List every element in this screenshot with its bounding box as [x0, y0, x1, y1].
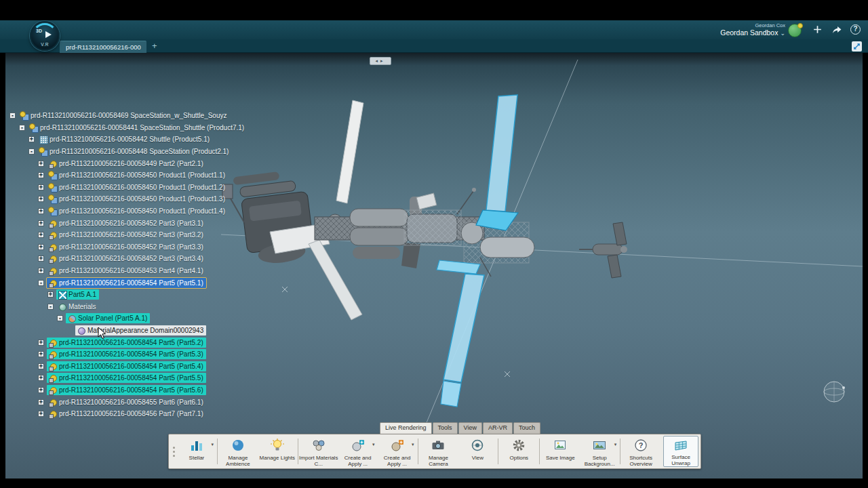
tree-node[interactable]: prd-R1132100056216-00058450 Product1 (Pr… — [8, 169, 247, 182]
tree-expander[interactable] — [38, 244, 44, 250]
letterbox-left — [0, 53, 5, 479]
tree-expander[interactable] — [38, 363, 44, 369]
letterbox-bottom — [0, 479, 868, 488]
tree-node[interactable]: prd-R1132100056216-00058456 Part7 (Part7… — [8, 408, 247, 420]
tree-expander[interactable] — [38, 351, 44, 357]
tree-expander[interactable] — [38, 340, 44, 346]
materials-icon — [58, 302, 66, 311]
tree-node[interactable]: prd-R1132100056216-00058448 SpaceStation… — [8, 146, 247, 158]
add-button[interactable] — [812, 24, 823, 35]
avatar[interactable] — [788, 24, 802, 37]
tool-options[interactable]: Options — [499, 436, 538, 467]
tree-expander[interactable] — [47, 304, 54, 310]
tree-expander[interactable] — [28, 136, 35, 142]
tool-create-apply-2[interactable]: Create and Apply ... — [378, 436, 417, 467]
tab-live-rendering[interactable]: Live Rendering — [380, 422, 432, 434]
tree-node[interactable]: prd-R1132100056216-00058452 Part3 (Part3… — [8, 241, 247, 253]
solar-panel-white-top[interactable] — [336, 100, 363, 203]
product-icon — [39, 147, 47, 156]
tree-expander[interactable] — [38, 399, 44, 405]
tree-node[interactable]: prd-R1132100056216-00058454 Part5 (Part5… — [8, 384, 247, 396]
tree-expander[interactable] — [38, 232, 44, 238]
document-tab[interactable]: prd-R1132100056216-000 — [60, 41, 146, 53]
tool-manage-lights[interactable]: Manage Lights — [258, 436, 297, 467]
tree-node[interactable]: prd-R1132100056216-00058449 Part2 (Part2… — [8, 157, 247, 169]
tree-node-hovered[interactable]: MaterialAppearance Domain00002943 — [8, 325, 247, 337]
view-icon — [470, 437, 485, 453]
part-icon — [48, 279, 57, 287]
tree-node[interactable]: prd-R1132100056216-00058454 Part5 (Part5… — [8, 336, 247, 348]
tree-expander[interactable] — [28, 148, 35, 155]
tree-node[interactable]: prd-R1132100056216-00058452 Part3 (Part3… — [8, 229, 247, 241]
help-button[interactable]: ? — [850, 24, 861, 35]
tree-node[interactable]: prd-R1132100056216-00058454 Part5 (Part5… — [8, 372, 247, 384]
tree-node[interactable]: prd-R1132100056216-00058454 Part5 (Part5… — [8, 348, 247, 361]
tree-node[interactable]: prd-R1132100056216-00058450 Product1 (Pr… — [8, 182, 247, 194]
tree-expander[interactable] — [38, 220, 44, 226]
tree-expander[interactable] — [19, 125, 25, 131]
splitter-handle[interactable] — [370, 57, 391, 65]
tree-node[interactable]: prd-R1132100056216-00058469 SpaceStation… — [8, 110, 247, 122]
tree-node[interactable]: prd-R1132100056216-00058442 Shuttle (Pro… — [8, 134, 247, 146]
tree-expander[interactable] — [9, 113, 16, 119]
soyuz-spacecraft[interactable] — [579, 222, 627, 278]
tree-expander[interactable] — [38, 268, 44, 274]
expand-window-icon[interactable] — [852, 41, 862, 52]
tree-node-selected[interactable]: prd-R1132100056216-00058454 Part5 (Part5… — [8, 277, 247, 289]
tool-view[interactable]: View — [458, 436, 497, 467]
tree-node[interactable]: Part5 A.1 — [8, 289, 247, 301]
tree-expander[interactable] — [38, 184, 44, 190]
tree-node[interactable]: prd-R1132100056216-00058452 Part3 (Part3… — [8, 217, 247, 229]
tree-expander[interactable] — [57, 315, 63, 321]
tree-node[interactable]: prd-R1132100056216-00058441 SpaceStation… — [8, 122, 247, 134]
chevron-down-icon[interactable] — [412, 442, 414, 447]
tree-node[interactable]: prd-R1132100056216-00058450 Product1 (Pr… — [8, 205, 247, 218]
tool-surface-unwrap[interactable]: Surface Unwrap — [663, 436, 698, 467]
new-tab-button[interactable]: + — [152, 40, 157, 52]
tree-expander[interactable] — [38, 411, 44, 417]
tree-expander[interactable] — [38, 280, 44, 286]
tool-manage-ambience[interactable]: Manage Ambience — [218, 436, 258, 467]
tool-stellar[interactable]: Stellar — [177, 436, 216, 467]
svg-text:?: ? — [639, 441, 644, 449]
chevron-down-icon[interactable] — [372, 442, 375, 447]
tree-node[interactable]: Materials — [8, 301, 247, 313]
3dexperience-compass[interactable]: 3D V.R — [30, 21, 60, 51]
tab-tools[interactable]: Tools — [433, 422, 458, 434]
tool-manage-camera[interactable]: Manage Camera — [419, 436, 458, 467]
tree-expander[interactable] — [38, 161, 44, 167]
tree-expander[interactable] — [38, 256, 44, 262]
tree-expander[interactable] — [38, 387, 44, 393]
tab-touch[interactable]: Touch — [513, 422, 540, 434]
application-window: 3DEXPERIENCE|CATIALive Rendering 3D V.R … — [0, 0, 868, 488]
part-instance-icon — [58, 290, 66, 299]
tool-shortcuts-overview[interactable]: ? Shortcuts Overview — [621, 436, 660, 467]
tab-view[interactable]: View — [458, 422, 482, 434]
chevron-down-icon[interactable] — [614, 442, 617, 447]
tree-node[interactable]: prd-R1132100056216-00058454 Part5 (Part5… — [8, 360, 247, 372]
tree-node[interactable]: prd-R1132100056216-00058450 Product1 (Pr… — [8, 193, 247, 205]
tab-ar-vr[interactable]: AR-VR — [483, 422, 513, 434]
tree-node[interactable]: prd-R1132100056216-00058453 Part4 (Part4… — [8, 265, 247, 277]
tool-create-apply-1[interactable]: Create and Apply ... — [338, 436, 378, 467]
tree-expander[interactable] — [38, 172, 44, 178]
3d-viewport[interactable]: prd-R1132100056216-00058469 SpaceStation… — [5, 53, 863, 479]
compass-play-icon[interactable] — [45, 31, 52, 38]
user-info[interactable]: Geordan Cox Geordan Sandbox⌄ — [720, 22, 785, 37]
tree-expander[interactable] — [38, 196, 44, 202]
tool-save-image[interactable]: Save Image — [540, 436, 580, 467]
space-station-model[interactable] — [222, 95, 627, 407]
tree-expander[interactable] — [38, 208, 44, 214]
view-navigation-compass[interactable] — [824, 382, 845, 402]
tree-node[interactable]: prd-R1132100056216-00058452 Part3 (Part3… — [8, 253, 247, 265]
tree-expander[interactable] — [38, 375, 44, 381]
create-appearance-icon — [390, 437, 405, 453]
tool-setup-background[interactable]: Setup Backgroun... — [580, 436, 619, 467]
tree-expander[interactable] — [47, 291, 54, 298]
chevron-down-icon[interactable] — [211, 442, 214, 447]
share-icon[interactable] — [831, 24, 842, 35]
tree-node[interactable]: prd-R1132100056216-00058455 Part6 (Part6… — [8, 396, 247, 408]
toolbar-grip[interactable] — [171, 436, 177, 467]
tree-node[interactable]: Solar Panel (Part5 A.1) — [8, 312, 247, 325]
tool-import-materials[interactable]: Import Materials C... — [299, 436, 338, 467]
